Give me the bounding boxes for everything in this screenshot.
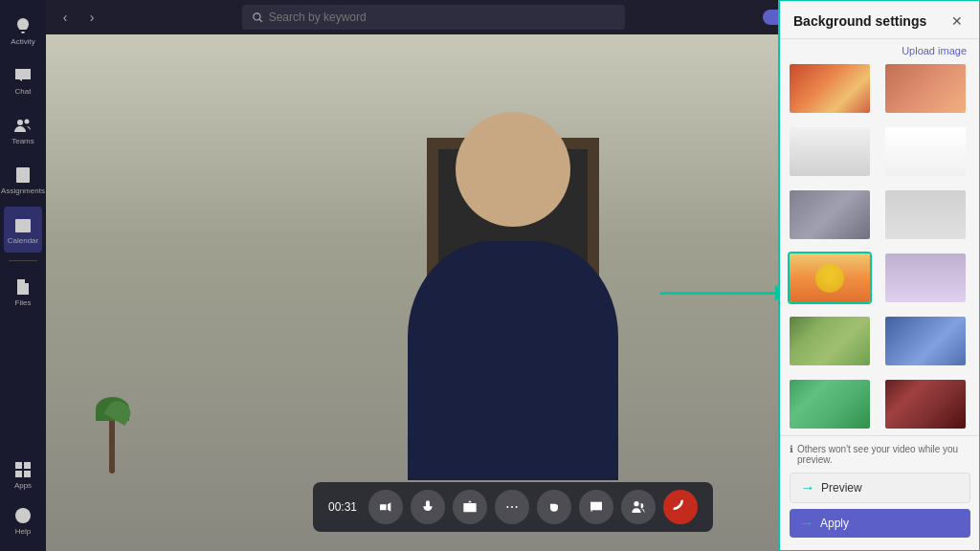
- bg-panel-header: Background settings ✕: [780, 0, 980, 39]
- share-button[interactable]: [453, 490, 487, 524]
- nav-buttons: ‹ ›: [54, 6, 103, 29]
- end-call-button[interactable]: [663, 490, 698, 524]
- bg-thumb-5[interactable]: [788, 188, 872, 241]
- sidebar-item-assignments[interactable]: Assignments: [4, 157, 42, 203]
- sidebar-bottom: Apps ? Help: [4, 452, 42, 543]
- svg-rect-9: [15, 471, 22, 477]
- sidebar: Activity Chat Teams Assignments Calendar…: [0, 0, 46, 551]
- arrow-line: [660, 292, 775, 295]
- sidebar-item-files-label: Files: [15, 298, 32, 307]
- search-input[interactable]: [269, 11, 615, 24]
- bg-thumb-1-inner: [790, 64, 870, 113]
- sidebar-item-calendar[interactable]: Calendar: [4, 207, 42, 253]
- search-icon: [252, 11, 263, 23]
- mic-button[interactable]: [411, 490, 445, 524]
- bg-thumb-2-inner: [885, 64, 966, 113]
- call-controls: 00:31: [313, 482, 713, 532]
- sidebar-item-chat-label: Chat: [15, 87, 32, 96]
- plant-decoration: [93, 397, 131, 474]
- bg-thumb-10[interactable]: [883, 315, 968, 367]
- bg-thumb-12[interactable]: [883, 378, 968, 430]
- bg-thumb-6[interactable]: [883, 188, 968, 241]
- bg-panel-footer: ℹ Others won't see your video while you …: [780, 435, 980, 551]
- mic-icon: [420, 499, 435, 515]
- bg-thumb-5-inner: [790, 190, 870, 239]
- svg-line-14: [258, 19, 261, 22]
- bg-thumb-8-inner: [885, 253, 966, 302]
- sidebar-item-apps-label: Apps: [14, 481, 32, 490]
- forward-button[interactable]: ›: [80, 6, 103, 29]
- upload-image-button[interactable]: Upload image: [780, 39, 980, 62]
- svg-text:?: ?: [20, 510, 27, 523]
- sidebar-item-activity[interactable]: Activity: [4, 8, 42, 54]
- apply-arrow-icon: →: [799, 515, 814, 532]
- search-bar[interactable]: [242, 5, 625, 30]
- participants-button[interactable]: [621, 490, 656, 524]
- bg-thumb-7[interactable]: [788, 252, 872, 304]
- apply-button[interactable]: → Apply: [790, 509, 970, 538]
- sidebar-item-help[interactable]: ? Help: [4, 497, 42, 543]
- sidebar-item-teams[interactable]: Teams: [4, 107, 42, 153]
- back-button[interactable]: ‹: [54, 6, 77, 29]
- sidebar-item-files[interactable]: Files: [4, 269, 42, 315]
- bg-thumb-1[interactable]: [788, 62, 872, 115]
- bg-thumb-8[interactable]: [883, 252, 968, 304]
- arrow-annotation: [660, 285, 789, 300]
- camera-button[interactable]: [368, 490, 403, 524]
- sidebar-item-activity-label: Activity: [11, 37, 34, 46]
- camera-icon: [378, 499, 393, 515]
- bg-thumb-3-inner: [790, 127, 870, 176]
- bg-thumb-12-inner: [885, 380, 966, 429]
- sidebar-item-chat[interactable]: Chat: [4, 57, 42, 103]
- footer-notice: ℹ Others won't see your video while you …: [790, 444, 970, 465]
- background-grid: [780, 62, 980, 435]
- info-icon: ℹ: [790, 444, 793, 454]
- svg-rect-10: [24, 471, 31, 477]
- svg-point-1: [25, 119, 30, 123]
- sidebar-item-calendar-label: Calendar: [8, 236, 38, 245]
- person-head: [456, 112, 570, 227]
- svg-point-18: [511, 506, 513, 508]
- svg-point-0: [17, 120, 23, 125]
- bg-thumb-2[interactable]: [883, 62, 968, 115]
- sidebar-divider: [9, 260, 37, 261]
- bg-thumb-7-inner: [790, 253, 870, 302]
- bg-thumb-11[interactable]: [788, 378, 872, 430]
- preview-button-label: Preview: [821, 481, 862, 495]
- sidebar-item-assignments-label: Assignments: [1, 187, 45, 195]
- raise-hand-icon: [546, 499, 562, 515]
- raise-hand-button[interactable]: [537, 490, 571, 524]
- more-icon: [504, 499, 520, 515]
- bg-thumb-4-inner: [885, 127, 966, 176]
- bg-thumb-9[interactable]: [788, 315, 872, 367]
- person-body: [408, 241, 618, 480]
- sidebar-item-help-label: Help: [15, 527, 31, 536]
- apply-button-label: Apply: [820, 517, 849, 530]
- bg-thumb-6-inner: [885, 190, 966, 239]
- bg-thumb-10-inner: [885, 317, 966, 365]
- footer-notice-text: Others won't see your video while you pr…: [797, 444, 970, 465]
- bg-thumb-4[interactable]: [883, 125, 968, 178]
- svg-rect-8: [24, 462, 31, 469]
- end-call-icon: [673, 499, 688, 515]
- svg-point-17: [506, 506, 508, 508]
- preview-arrow-icon: →: [800, 479, 815, 496]
- bg-thumb-9-inner: [790, 317, 870, 365]
- svg-rect-16: [463, 503, 476, 512]
- bg-thumb-11-inner: [790, 380, 870, 429]
- call-timer: 00:31: [328, 500, 357, 514]
- svg-rect-7: [15, 462, 22, 469]
- chat-icon: [589, 499, 604, 515]
- svg-point-19: [516, 506, 518, 508]
- participants-icon: [631, 499, 646, 515]
- sidebar-item-teams-label: Teams: [11, 137, 34, 145]
- bg-panel-title: Background settings: [793, 13, 926, 29]
- bg-panel-close-button[interactable]: ✕: [947, 11, 967, 31]
- chat-control-button[interactable]: [579, 490, 613, 524]
- bg-thumb-3[interactable]: [788, 125, 872, 178]
- svg-point-20: [634, 501, 638, 506]
- more-button[interactable]: [495, 490, 529, 524]
- sidebar-item-apps[interactable]: Apps: [4, 452, 42, 497]
- background-settings-panel: Background settings ✕ Upload image: [779, 0, 980, 551]
- preview-button[interactable]: → Preview: [790, 473, 970, 503]
